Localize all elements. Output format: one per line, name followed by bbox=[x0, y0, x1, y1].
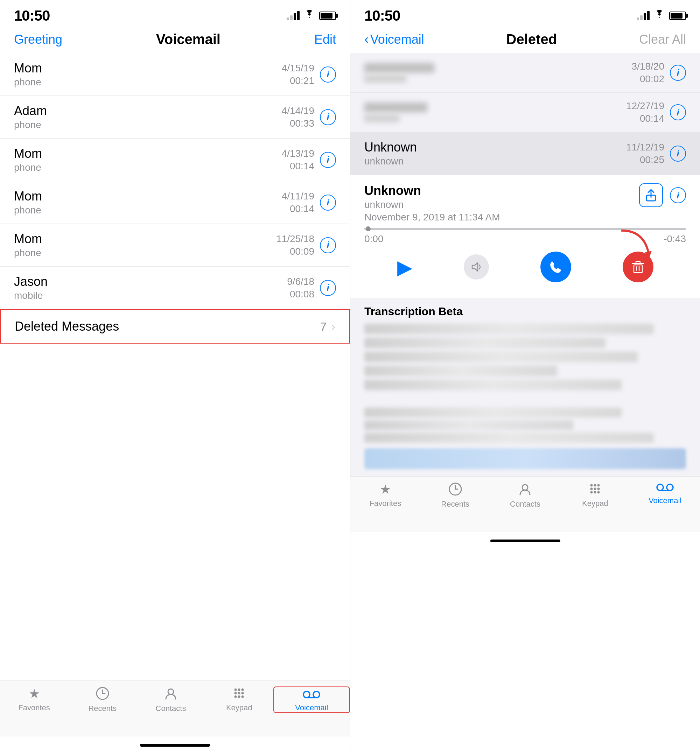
progress-dot bbox=[366, 226, 371, 231]
recents-icon-left bbox=[95, 687, 109, 702]
vm-meta-1: 4/14/19 00:33 bbox=[282, 105, 314, 129]
tab-bar-right: ★ Favorites Recents Contacts bbox=[350, 476, 700, 532]
voicemail-label-right: Voicemail bbox=[648, 496, 681, 505]
play-button[interactable]: ▶ bbox=[397, 256, 412, 278]
vm-date-5: 9/6/18 bbox=[287, 276, 314, 287]
tab-favorites-left[interactable]: ★ Favorites bbox=[0, 687, 68, 712]
wifi-icon-right bbox=[654, 10, 665, 22]
extra-blurred-content bbox=[350, 401, 700, 476]
edit-button[interactable]: Edit bbox=[314, 32, 336, 47]
tab-favorites-right[interactable]: ★ Favorites bbox=[350, 482, 420, 508]
vm-info-1: Adam phone bbox=[14, 103, 282, 131]
vm-duration-1: 00:33 bbox=[290, 118, 314, 129]
voicemail-item-2[interactable]: Mom phone 4/13/19 00:14 i bbox=[0, 139, 350, 181]
deleted-item-0[interactable]: 3/18/20 00:02 i bbox=[350, 53, 700, 93]
vm-name-3: Mom bbox=[14, 189, 282, 204]
vm-subtext-1: phone bbox=[14, 119, 282, 131]
keypad-icon-left bbox=[233, 687, 246, 701]
deleted-vm-name-0 bbox=[364, 63, 434, 73]
voicemail-item-0[interactable]: Mom phone 4/15/19 00:21 i bbox=[0, 53, 350, 96]
deleted-vm-duration-2: 00:25 bbox=[640, 154, 664, 165]
voicemail-label-left: Voicemail bbox=[295, 703, 328, 712]
keypad-label-right: Keypad bbox=[582, 499, 608, 508]
progress-bar[interactable] bbox=[364, 228, 686, 230]
clear-all-button[interactable]: Clear All bbox=[639, 32, 686, 47]
info-button-4[interactable]: i bbox=[320, 237, 336, 253]
delete-voicemail-button[interactable] bbox=[623, 251, 653, 283]
deleted-messages-count: 7 bbox=[320, 320, 327, 333]
deleted-info-button-1[interactable]: i bbox=[670, 104, 686, 120]
recents-label-left: Recents bbox=[88, 704, 117, 713]
vm-duration-5: 00:08 bbox=[290, 289, 314, 300]
vm-date-2: 4/13/19 bbox=[282, 148, 314, 159]
status-time-right: 10:50 bbox=[364, 7, 400, 24]
vm-info-4: Mom phone bbox=[14, 232, 276, 259]
vm-date-3: 4/11/19 bbox=[282, 191, 314, 202]
deleted-item-1[interactable]: 12/27/19 00:14 i bbox=[350, 93, 700, 132]
vm-date-0: 4/15/19 bbox=[282, 62, 314, 74]
contacts-label-right: Contacts bbox=[510, 500, 541, 509]
deleted-vm-subtext-1 bbox=[364, 114, 399, 122]
tab-voicemail-right[interactable]: Voicemail bbox=[630, 482, 700, 505]
status-bar-right: 10:50 bbox=[350, 0, 700, 28]
favorites-label-right: Favorites bbox=[370, 499, 401, 508]
tab-contacts-left[interactable]: Contacts bbox=[136, 687, 205, 713]
voicemail-item-4[interactable]: Mom phone 11/25/18 00:09 i bbox=[0, 224, 350, 267]
svg-point-4 bbox=[234, 688, 237, 691]
vm-name-5: Jason bbox=[14, 274, 287, 289]
info-button-1[interactable]: i bbox=[320, 109, 336, 125]
speaker-button[interactable] bbox=[464, 254, 489, 279]
deleted-vm-meta-2: 11/12/19 00:25 bbox=[626, 142, 664, 165]
signal-icon-right bbox=[637, 11, 650, 20]
svg-point-36 bbox=[594, 491, 596, 494]
voicemail-item-1[interactable]: Adam phone 4/14/19 00:33 i bbox=[0, 96, 350, 139]
info-button-3[interactable]: i bbox=[320, 195, 336, 211]
status-time-left: 10:50 bbox=[14, 7, 50, 24]
svg-point-38 bbox=[657, 484, 663, 490]
greeting-button[interactable]: Greeting bbox=[14, 32, 62, 47]
info-button-5[interactable]: i bbox=[320, 280, 336, 296]
deleted-info-button-2[interactable]: i bbox=[670, 145, 686, 162]
expanded-vm-name: Unknown bbox=[364, 183, 500, 198]
svg-point-33 bbox=[594, 488, 596, 490]
svg-point-8 bbox=[238, 692, 241, 695]
voicemail-list: Mom phone 4/15/19 00:21 i Adam phone 4/1… bbox=[0, 53, 350, 681]
deleted-vm-date-2: 11/12/19 bbox=[626, 142, 664, 153]
call-back-button[interactable] bbox=[541, 251, 571, 283]
deleted-messages-row[interactable]: Deleted Messages 7 › bbox=[0, 309, 350, 343]
deleted-vm-date-1: 12/27/19 bbox=[626, 100, 664, 112]
back-button[interactable]: ‹ Voicemail bbox=[364, 32, 424, 47]
expanded-action-buttons: i bbox=[639, 183, 686, 207]
tab-voicemail-left[interactable]: Voicemail bbox=[273, 687, 350, 713]
voicemail-item-5[interactable]: Jason mobile 9/6/18 00:08 i bbox=[0, 267, 350, 309]
svg-point-12 bbox=[242, 696, 244, 698]
deleted-vm-date-0: 3/18/20 bbox=[632, 61, 664, 72]
tab-keypad-left[interactable]: Keypad bbox=[205, 687, 273, 712]
voicemail-title: Voicemail bbox=[156, 31, 220, 47]
share-button[interactable] bbox=[639, 183, 663, 207]
deleted-info-button-0[interactable]: i bbox=[670, 65, 686, 81]
expanded-info-button[interactable]: i bbox=[670, 187, 686, 203]
audio-player: 0:00 -0:43 ▶ bbox=[364, 228, 686, 283]
tab-recents-left[interactable]: Recents bbox=[68, 687, 136, 713]
deleted-vm-info-2: Unknown unknown bbox=[364, 140, 626, 167]
deleted-messages-label: Deleted Messages bbox=[15, 319, 320, 334]
home-bar-left bbox=[140, 744, 210, 747]
deleted-vm-info-0 bbox=[364, 63, 632, 83]
deleted-vm-name-2: Unknown bbox=[364, 140, 626, 155]
deleted-vm-name-1 bbox=[364, 103, 427, 112]
vm-duration-4: 00:09 bbox=[290, 246, 314, 257]
tab-recents-right[interactable]: Recents bbox=[420, 482, 491, 509]
info-button-2[interactable]: i bbox=[320, 152, 336, 168]
vm-info-0: Mom phone bbox=[14, 61, 282, 88]
expanded-vm-datetime: November 9, 2019 at 11:34 AM bbox=[364, 212, 500, 223]
voicemail-item-3[interactable]: Mom phone 4/11/19 00:14 i bbox=[0, 181, 350, 224]
svg-point-37 bbox=[597, 491, 600, 494]
svg-point-35 bbox=[591, 491, 593, 494]
info-button-0[interactable]: i bbox=[320, 67, 336, 83]
svg-point-10 bbox=[234, 696, 237, 698]
nav-bar-left: Greeting Voicemail Edit bbox=[0, 28, 350, 53]
tab-keypad-right[interactable]: Keypad bbox=[560, 482, 630, 508]
deleted-item-2[interactable]: Unknown unknown 11/12/19 00:25 i bbox=[350, 132, 700, 175]
tab-contacts-right[interactable]: Contacts bbox=[491, 482, 560, 509]
